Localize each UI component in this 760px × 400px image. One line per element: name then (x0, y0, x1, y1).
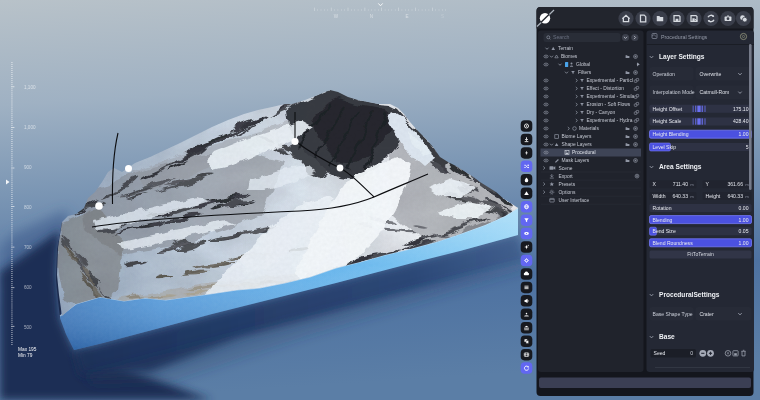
svg-text:0.05: 0.05 (739, 228, 749, 234)
svg-text:1,100: 1,100 (24, 85, 36, 90)
svg-text:640.33: 640.33 (727, 193, 743, 199)
svg-text:Y: Y (706, 181, 710, 187)
svg-text:Operation: Operation (653, 71, 676, 77)
svg-text:Height Offset: Height Offset (653, 106, 683, 112)
svg-text:640.33: 640.33 (672, 193, 688, 199)
svg-text:Bend Size: Bend Size (653, 228, 676, 234)
svg-text:Experimental - Hydra: Experimental - Hydra (587, 118, 633, 123)
svg-text:Rotation: Rotation (653, 205, 672, 211)
svg-text:Area Settings: Area Settings (659, 163, 702, 171)
svg-text:711.40: 711.40 (673, 181, 688, 187)
svg-text:m: m (690, 194, 694, 199)
svg-text:Search: Search (553, 34, 570, 40)
svg-text:Scene: Scene (559, 166, 573, 171)
svg-text:175.10: 175.10 (733, 106, 749, 112)
svg-text:428.40: 428.40 (733, 118, 749, 124)
svg-text:Base: Base (659, 333, 675, 340)
svg-text:1.00: 1.00 (739, 240, 749, 246)
svg-text:0.00: 0.00 (739, 205, 749, 211)
svg-text:Max 195: Max 195 (18, 347, 37, 352)
svg-text:0: 0 (690, 350, 693, 356)
svg-text:Mask Layers: Mask Layers (562, 158, 590, 163)
svg-text:Procedural Settings: Procedural Settings (661, 34, 708, 40)
svg-text:X: X (653, 181, 657, 187)
svg-text:Height Scale: Height Scale (653, 118, 682, 124)
svg-text:Overwrite: Overwrite (700, 71, 722, 77)
svg-text:Biome Layers: Biome Layers (562, 134, 592, 139)
svg-text:5: 5 (746, 144, 749, 150)
svg-text:FitToTerrain: FitToTerrain (687, 251, 714, 257)
svg-text:1.00: 1.00 (739, 217, 749, 223)
svg-text:Options: Options (559, 190, 576, 195)
svg-text:N: N (370, 14, 373, 19)
svg-text:Shape Layers: Shape Layers (562, 142, 593, 147)
svg-text:361.66: 361.66 (727, 181, 743, 187)
svg-text:Level Skip: Level Skip (653, 144, 677, 150)
svg-text:Experimental - Simula: Experimental - Simula (587, 94, 635, 99)
svg-text:m: m (690, 182, 694, 187)
svg-text:Experimental - Particl: Experimental - Particl (587, 78, 633, 83)
svg-text:User Interface: User Interface (559, 198, 590, 203)
svg-text:Biomes: Biomes (561, 54, 578, 59)
svg-text:800: 800 (24, 205, 32, 210)
svg-text:Dry - Canyon: Dry - Canyon (587, 110, 616, 115)
svg-text:500: 500 (24, 325, 32, 330)
svg-text:Blend Roundness: Blend Roundness (653, 240, 694, 246)
svg-text:600: 600 (24, 285, 32, 290)
svg-text:Terrain: Terrain (558, 46, 573, 51)
svg-text:1,000: 1,000 (24, 125, 36, 130)
svg-text:Blending: Blending (653, 217, 673, 223)
svg-text:Crater: Crater (700, 311, 714, 317)
svg-text:Presets: Presets (559, 182, 576, 187)
svg-text:Erosion - Soft Flows: Erosion - Soft Flows (587, 102, 631, 107)
svg-text:Seed: Seed (654, 350, 666, 356)
svg-text:m: m (745, 182, 749, 187)
svg-text:Layer Settings: Layer Settings (659, 53, 705, 61)
svg-text:S: S (441, 14, 444, 19)
svg-text:1.00: 1.00 (739, 131, 749, 137)
svg-text:Base Shape Type: Base Shape Type (653, 311, 693, 317)
svg-text:Effect - Distortion: Effect - Distortion (587, 86, 625, 91)
svg-text:Procedural: Procedural (572, 150, 596, 155)
svg-text:Height: Height (706, 193, 721, 199)
svg-text:Materials: Materials (579, 126, 599, 131)
svg-text:900: 900 (24, 165, 32, 170)
svg-text:Min 79: Min 79 (18, 353, 33, 358)
svg-text:Global: Global (576, 62, 590, 67)
svg-text:Catmull-Rom: Catmull-Rom (700, 89, 730, 95)
svg-text:m: m (745, 194, 749, 199)
svg-text:Height Blending: Height Blending (653, 131, 689, 137)
svg-text:ProceduralSettings: ProceduralSettings (659, 291, 720, 299)
svg-text:Export: Export (559, 174, 574, 179)
svg-text:E: E (406, 14, 409, 19)
svg-text:Width: Width (653, 193, 666, 199)
svg-text:W: W (334, 14, 339, 19)
svg-text:Filters: Filters (578, 70, 592, 75)
svg-text:Interpolation Mode: Interpolation Mode (653, 89, 695, 95)
svg-text:700: 700 (24, 245, 32, 250)
